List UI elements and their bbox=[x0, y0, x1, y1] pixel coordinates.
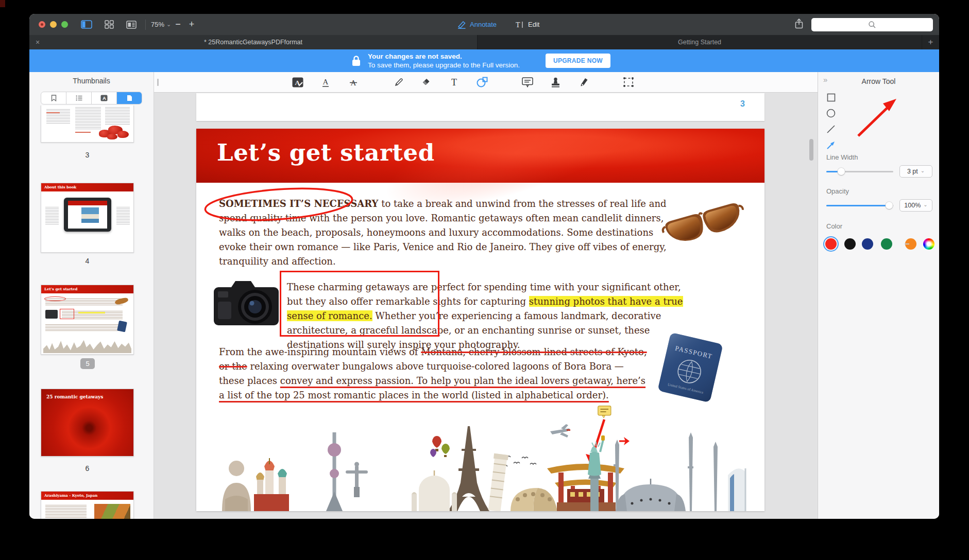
bookmarks-tab[interactable] bbox=[41, 92, 66, 104]
zoom-level-value: 75% bbox=[151, 21, 164, 28]
opacity-slider[interactable] bbox=[826, 202, 893, 209]
reading-view-button[interactable] bbox=[123, 18, 140, 31]
chevron-down-icon: ⌄ bbox=[923, 202, 927, 207]
oriental-pearl-tower bbox=[326, 432, 343, 511]
color-swatch-custom[interactable] bbox=[923, 238, 934, 250]
thumbnail-view-button[interactable] bbox=[101, 18, 117, 31]
underline-tool-icon: A bbox=[321, 77, 330, 87]
select-annotation-tool[interactable] bbox=[621, 76, 636, 89]
outline-list-icon bbox=[76, 95, 82, 101]
close-window-button[interactable] bbox=[39, 21, 45, 28]
new-tab-button[interactable]: + bbox=[922, 35, 939, 49]
tab-edit[interactable]: T Edit bbox=[515, 21, 539, 29]
line-width-dropdown[interactable]: 3 pt ⌄ bbox=[899, 165, 932, 178]
thumb7-header: Arashiyama - Kyoto, Japan bbox=[41, 492, 133, 500]
share-button[interactable] bbox=[795, 19, 803, 31]
thumb4-ipad-image bbox=[64, 198, 111, 232]
tab-active-document[interactable]: × * 25RomanticGetawaysPDFformat bbox=[29, 35, 478, 49]
eraser-icon bbox=[421, 78, 432, 87]
search-field[interactable] bbox=[811, 18, 933, 31]
thumbnails-sidebar: Thumbnails A bbox=[29, 72, 154, 519]
note-tool[interactable] bbox=[520, 76, 535, 89]
scrollbar-thumb[interactable] bbox=[809, 139, 813, 161]
traffic-lights bbox=[39, 21, 68, 28]
arrow-shape-tool[interactable] bbox=[825, 139, 837, 151]
tab-annotate[interactable]: Annotate bbox=[457, 21, 497, 29]
line-width-slider[interactable] bbox=[826, 168, 893, 175]
color-swatch-red[interactable] bbox=[825, 238, 837, 250]
chevron-down-icon: ⌄ bbox=[166, 21, 171, 28]
svg-text:T: T bbox=[516, 21, 520, 29]
zoom-in-button[interactable]: + bbox=[185, 19, 199, 30]
thumbnail-page-3[interactable] bbox=[41, 106, 134, 143]
document-scroll-area[interactable]: 3 Let’s get started SOMETIMES IT’S NECES… bbox=[154, 93, 818, 519]
strikethrough-text-tool[interactable]: A bbox=[346, 76, 361, 89]
tool-properties-panel: » Arrow Tool bbox=[818, 72, 939, 519]
pencil-tool[interactable] bbox=[392, 76, 406, 89]
rectangle-annotation[interactable] bbox=[280, 271, 439, 337]
thumbnail-page-5[interactable]: Let’s get started bbox=[41, 285, 134, 355]
app-window: 75% ⌄ − + Annotate T Edit bbox=[29, 14, 939, 519]
annotate-label: Annotate bbox=[470, 21, 497, 28]
lock-icon bbox=[352, 55, 361, 66]
hagia-sophia-mosque bbox=[616, 479, 686, 511]
underline-text-tool[interactable]: A bbox=[318, 76, 333, 89]
page-thumbnails-tab[interactable] bbox=[117, 92, 142, 104]
thumb5-skyline bbox=[43, 339, 131, 353]
opacity-dropdown[interactable]: 100% ⌄ bbox=[899, 199, 932, 212]
text-tool[interactable]: T bbox=[447, 76, 462, 89]
bookmark-icon bbox=[51, 95, 57, 101]
edit-label: Edit bbox=[528, 21, 539, 28]
stamp-tool[interactable] bbox=[548, 76, 563, 89]
upgrade-now-button[interactable]: UPGRADE NOW bbox=[546, 54, 610, 68]
close-tab-icon[interactable]: × bbox=[36, 39, 40, 46]
shape-tool-list bbox=[825, 92, 837, 151]
thumbnail-page-4[interactable]: About this book bbox=[41, 183, 134, 253]
shapes-tool[interactable] bbox=[475, 76, 489, 89]
thumbnail-page-6[interactable]: 25 romantic getaways bbox=[41, 389, 134, 457]
line-width-slider-thumb[interactable] bbox=[838, 168, 845, 175]
outline-tab[interactable] bbox=[66, 92, 92, 104]
active-tab-title: * 25RomanticGetawaysPDFformat bbox=[204, 39, 302, 46]
pencil-icon bbox=[394, 77, 404, 87]
sidebar-toggle-button[interactable] bbox=[77, 18, 96, 31]
zoom-out-button[interactable]: − bbox=[171, 19, 185, 30]
paragraph-3-pre: From the awe-inspiring mountain views of bbox=[219, 346, 421, 357]
title-bar: 75% ⌄ − + Annotate T Edit bbox=[29, 14, 939, 35]
rectangle-icon bbox=[827, 93, 836, 102]
color-swatch-green[interactable] bbox=[881, 238, 892, 250]
line-shape-tool[interactable] bbox=[825, 124, 837, 135]
thumbnail-label-6: 6 bbox=[41, 464, 134, 472]
shapes-tool-icon bbox=[476, 77, 488, 87]
color-label: Color bbox=[826, 222, 842, 230]
opacity-slider-thumb[interactable] bbox=[886, 202, 893, 209]
arrow-icon bbox=[826, 141, 836, 150]
rectangle-shape-tool[interactable] bbox=[825, 92, 837, 103]
annotations-tab[interactable]: A bbox=[92, 92, 117, 104]
tab-getting-started[interactable]: Getting Started bbox=[478, 35, 922, 49]
text-tool-icon: T bbox=[450, 77, 459, 87]
pane-splitter-grip[interactable] bbox=[157, 79, 159, 86]
color-swatch-black[interactable] bbox=[844, 238, 856, 250]
zoom-level-select[interactable]: 75% ⌄ bbox=[151, 21, 171, 28]
vertical-scrollbar[interactable] bbox=[809, 93, 813, 519]
thumb7-photo bbox=[94, 504, 130, 519]
ellipse-annotation[interactable] bbox=[201, 185, 356, 223]
highlight-text-tool[interactable]: A bbox=[291, 76, 305, 89]
thumbnail-label-4: 4 bbox=[41, 257, 134, 265]
leaning-tower-pisa bbox=[487, 453, 508, 511]
upgrade-banner: Your changes are not saved. To save them… bbox=[29, 49, 939, 72]
thumbnail-page-7[interactable]: Arashiyama - Kyoto, Japan bbox=[41, 491, 134, 519]
page-heading: Let’s get started bbox=[217, 139, 435, 166]
eraser-tool[interactable] bbox=[419, 76, 434, 89]
signature-tool[interactable] bbox=[576, 76, 590, 89]
annotation-toolbar: A A A bbox=[154, 72, 818, 93]
reading-view-icon bbox=[126, 21, 137, 29]
search-input[interactable] bbox=[811, 18, 933, 31]
fullscreen-window-button[interactable] bbox=[61, 21, 68, 28]
underline-annotation[interactable]: convey and express passion. To help you … bbox=[219, 375, 645, 400]
signature-pen-icon bbox=[578, 77, 589, 87]
minimize-window-button[interactable] bbox=[50, 21, 57, 28]
circle-shape-tool[interactable] bbox=[825, 108, 837, 119]
color-swatch-blue[interactable] bbox=[862, 238, 873, 250]
